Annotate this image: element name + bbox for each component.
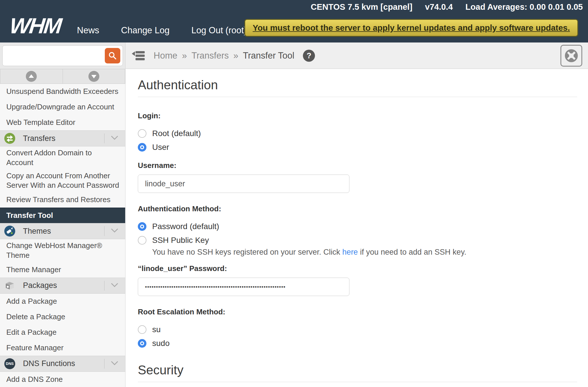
sidebar-scroll-up-button[interactable] [0, 69, 63, 84]
sidebar-item-feature-manager[interactable]: Feature Manager [0, 340, 125, 356]
login-user-option[interactable]: User [138, 143, 169, 152]
sidebar-item-theme-manager[interactable]: Theme Manager [0, 262, 125, 278]
login-root-radio[interactable] [138, 129, 146, 138]
search-box [2, 45, 123, 66]
sidebar-item-delete-package[interactable]: Delete a Package [0, 309, 125, 325]
auth-password-radio[interactable] [138, 222, 146, 231]
top-nav: News Change Log Log Out (root) [77, 25, 247, 36]
sidebar-item-transfer-tool[interactable]: Transfer Tool [0, 208, 125, 223]
sidebar-item-add-package[interactable]: Add a Package [0, 294, 125, 309]
auth-method-label: Authentication Method: [138, 204, 577, 213]
ssh-note: You have no SSH keys registered on your … [152, 248, 577, 257]
password-label: “linode_user” Password: [138, 264, 577, 273]
search-input[interactable] [3, 46, 104, 65]
ssh-note-link[interactable]: here [342, 248, 358, 256]
reboot-alert-banner: You must reboot the server to apply kern… [244, 19, 578, 37]
sidebar-section-themes[interactable]: Themes [0, 223, 125, 239]
scroll-up-icon [26, 71, 37, 82]
top-header: WHM News Change Log Log Out (root) CENTO… [0, 0, 588, 42]
toolbar: Home » Transfers » Transfer Tool ? [0, 42, 588, 69]
packages-icon [4, 280, 16, 291]
sidebar-item-unsuspend-bandwidth[interactable]: Unsuspend Bandwidth Exceeders [0, 84, 125, 99]
login-label: Login: [138, 111, 577, 120]
server-load: Load Averages: 0.00 0.01 0.05 [465, 2, 583, 12]
escalation-su-radio[interactable] [138, 325, 146, 334]
sidebar-item-add-dns-zone[interactable]: Add a DNS Zone [0, 372, 125, 387]
sidebar-item-change-whm-theme[interactable]: Change WebHost Manager® Theme [0, 239, 125, 262]
login-user-radio[interactable] [138, 143, 146, 152]
reboot-alert-link[interactable]: You must reboot the server to apply kern… [253, 23, 570, 33]
sidebar-scroll-controls [0, 69, 125, 84]
breadcrumb: Home » Transfers » Transfer Tool ? [154, 50, 315, 62]
breadcrumb-home[interactable]: Home [154, 51, 177, 61]
breadcrumb-bar: Home » Transfers » Transfer Tool ? [125, 42, 588, 69]
authentication-heading: Authentication [138, 78, 577, 92]
sidebar-item-upgrade-downgrade[interactable]: Upgrade/Downgrade an Account [0, 99, 125, 115]
sidebar-item-web-template-editor[interactable]: Web Template Editor [0, 115, 125, 130]
username-label: Username: [138, 161, 577, 170]
breadcrumb-separator: » [233, 51, 238, 61]
breadcrumb-transfers[interactable]: Transfers [192, 51, 229, 61]
server-os: CENTOS 7.5 kvm [cpanel] [311, 2, 412, 12]
search-icon [108, 51, 117, 60]
escalation-su-option[interactable]: su [138, 325, 161, 334]
chevron-down-icon[interactable] [111, 228, 118, 234]
collapse-sidebar-icon[interactable] [132, 50, 146, 61]
server-version: v74.0.4 [425, 2, 453, 12]
login-root-option[interactable]: Root (default) [138, 129, 201, 138]
sidebar-item-edit-package[interactable]: Edit a Package [0, 325, 125, 340]
nav-change-log[interactable]: Change Log [121, 25, 170, 36]
chevron-down-icon[interactable] [111, 361, 118, 367]
life-ring-icon [564, 48, 579, 63]
whm-logo[interactable]: WHM [8, 13, 62, 38]
scroll-down-icon [88, 71, 99, 82]
chevron-down-icon[interactable] [111, 283, 118, 289]
escalation-sudo-option[interactable]: sudo [138, 339, 170, 348]
sidebar: Unsuspend Bandwidth Exceeders Upgrade/Do… [0, 69, 125, 387]
chevron-down-icon[interactable] [111, 136, 118, 141]
help-icon[interactable]: ? [303, 50, 315, 62]
support-button[interactable] [560, 45, 582, 67]
search-button[interactable] [105, 48, 120, 63]
themes-icon [4, 225, 16, 237]
breadcrumb-separator: » [182, 51, 187, 61]
sidebar-scroll-down-button[interactable] [63, 69, 125, 84]
sidebar-section-dns-functions[interactable]: DNS DNS Functions [0, 356, 125, 372]
sidebar-item-copy-account[interactable]: Copy an Account From Another Server With… [0, 169, 125, 192]
sidebar-section-transfers[interactable]: Transfers [0, 130, 125, 146]
dns-icon: DNS [4, 358, 16, 369]
auth-method-password-option[interactable]: Password (default) [138, 222, 219, 231]
sidebar-item-review-transfers[interactable]: Review Transfers and Restores [0, 192, 125, 208]
transfers-icon [4, 133, 16, 144]
root-escalation-label: Root Escalation Method: [138, 307, 577, 316]
username-input[interactable] [138, 175, 349, 193]
security-heading: Security [138, 363, 577, 377]
main-content: Authentication Login: Root (default) Use… [126, 69, 588, 387]
search-cell [0, 42, 125, 69]
nav-news[interactable]: News [77, 25, 99, 36]
sidebar-section-packages[interactable]: Packages [0, 278, 125, 294]
auth-method-ssh-option[interactable]: SSH Public Key [138, 236, 209, 245]
server-info: CENTOS 7.5 kvm [cpanel] v74.0.4 Load Ave… [311, 2, 583, 12]
escalation-sudo-radio[interactable] [138, 339, 146, 348]
auth-ssh-radio[interactable] [138, 236, 146, 245]
nav-log-out[interactable]: Log Out (root) [191, 25, 247, 36]
password-input[interactable] [138, 278, 349, 296]
breadcrumb-current: Transfer Tool [243, 51, 294, 61]
sidebar-item-convert-addon[interactable]: Convert Addon Domain to Account [0, 146, 125, 169]
